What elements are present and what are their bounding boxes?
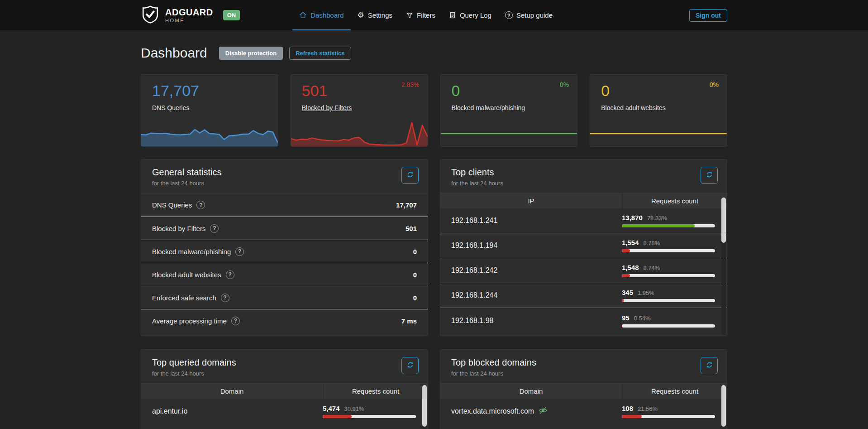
panel-title: General statistics (152, 167, 417, 178)
refresh-button[interactable] (401, 167, 419, 184)
refresh-button[interactable] (701, 357, 718, 374)
blocked-adult-sparkline (590, 121, 727, 146)
refresh-icon (406, 361, 414, 370)
stat-value: 0 (413, 271, 417, 279)
table-row: Enforced safe search? 0 (141, 286, 428, 309)
stat-value: 0 (413, 248, 417, 255)
nav-item-filters[interactable]: Filters (399, 0, 442, 30)
progress-bar (323, 415, 416, 418)
card-blocked-malware: 0% 0 Blocked malware/phishing (440, 74, 578, 147)
page-title: Dashboard (141, 45, 207, 61)
column-header-requests: Requests count (622, 193, 727, 208)
client-ip[interactable]: 192.168.1.98 (440, 317, 622, 325)
top-blocked-table: Domain Requests count vortex.data.micros… (440, 383, 727, 424)
request-percent: 1.95% (638, 289, 654, 296)
panel-subtitle: for the last 24 hours (152, 180, 417, 187)
panel-title: Top queried domains (152, 357, 417, 368)
eye-off-icon[interactable] (539, 406, 548, 417)
nav-label: Setup guide (516, 11, 553, 19)
table-row: vortex.data.microsoft.com 108 (440, 399, 727, 424)
scrollbar[interactable] (721, 198, 726, 335)
general-statistics-table: DNS Queries? 17,707 Blocked by Filters? … (141, 193, 428, 332)
general-statistics-panel: General statistics for the last 24 hours… (141, 159, 428, 336)
help-icon[interactable]: ? (226, 270, 234, 279)
top-queried-table: Domain Requests count api.entur.io 5,474… (141, 383, 428, 424)
card-blocked-adult: 0% 0 Blocked adult websites (590, 74, 727, 147)
dns-queries-value: 17,707 (152, 82, 267, 100)
scrollbar[interactable] (422, 385, 427, 429)
queried-domain[interactable]: api.entur.io (141, 407, 323, 415)
card-blocked-by-filters: 2.83% 501 Blocked by Filters (291, 74, 428, 147)
top-blocked-domains-panel: Top blocked domains for the last 24 hour… (440, 349, 727, 429)
blocked-adult-value: 0 (601, 82, 716, 100)
panel-title: Top blocked domains (451, 357, 716, 368)
nav-label: Dashboard (310, 11, 343, 19)
request-percent: 0.54% (634, 315, 651, 322)
nav-item-setup-guide[interactable]: ? Setup guide (498, 0, 559, 30)
refresh-icon (706, 171, 713, 180)
refresh-button[interactable] (401, 357, 419, 374)
client-ip[interactable]: 192.168.1.242 (440, 266, 622, 275)
scrollbar[interactable] (721, 385, 726, 429)
client-ip[interactable]: 192.168.1.241 (440, 217, 622, 225)
question-circle-icon: ? (505, 11, 513, 19)
stat-label: DNS Queries (152, 201, 192, 209)
table-row: 192.168.1.242 1,548 8.74% (440, 258, 727, 283)
request-count: 1,554 (622, 239, 639, 246)
table-row: Blocked malware/phishing? 0 (141, 240, 428, 263)
blocked-filters-link[interactable]: Blocked by Filters (302, 104, 417, 111)
help-icon[interactable]: ? (221, 294, 229, 302)
refresh-button[interactable] (701, 167, 718, 184)
document-icon (449, 11, 456, 19)
blocked-malware-value: 0 (452, 82, 567, 100)
gear-icon: ⚙ (358, 11, 364, 19)
help-icon[interactable]: ? (231, 317, 240, 325)
nav-item-dashboard[interactable]: Dashboard (292, 0, 350, 30)
request-percent: 78.33% (647, 215, 667, 222)
column-header-ip: IP (440, 197, 622, 205)
client-ip[interactable]: 192.168.1.244 (440, 291, 622, 299)
blocked-filters-value: 501 (302, 82, 417, 100)
blocked-adult-label: Blocked adult websites (601, 104, 716, 111)
refresh-icon (706, 361, 713, 370)
request-count: 13,870 (622, 214, 643, 222)
sign-out-button[interactable]: Sign out (689, 9, 727, 22)
client-ip[interactable]: 192.168.1.194 (440, 241, 622, 250)
stat-value: 501 (405, 225, 417, 232)
table-row: 192.168.1.194 1,554 8.78% (440, 233, 727, 258)
blocked-malware-label: Blocked malware/phishing (452, 104, 567, 111)
column-header-domain: Domain (141, 387, 323, 395)
request-percent: 30.91% (344, 405, 364, 412)
panel-title: Top clients (451, 167, 716, 178)
refresh-statistics-button[interactable]: Refresh statistics (289, 47, 351, 60)
nav-item-query-log[interactable]: Query Log (442, 0, 498, 30)
disable-protection-button[interactable]: Disable protection (219, 47, 283, 60)
brand-name: ADGUARD (165, 8, 213, 17)
funnel-icon (406, 12, 413, 19)
panel-subtitle: for the last 24 hours (451, 370, 716, 377)
main-nav: Dashboard ⚙ Settings Filters (292, 0, 559, 30)
table-row: 192.168.1.98 95 0.54% (440, 308, 727, 333)
help-icon[interactable]: ? (210, 224, 219, 233)
stat-label: Blocked malware/phishing (152, 248, 231, 255)
table-row: 192.168.1.241 13,870 78.33% (440, 208, 727, 233)
stat-value: 7 ms (401, 317, 417, 325)
progress-bar (622, 324, 715, 328)
nav-item-settings[interactable]: ⚙ Settings (351, 0, 399, 30)
nav-label: Settings (368, 11, 392, 19)
help-icon[interactable]: ? (235, 247, 244, 256)
stat-value: 17,707 (396, 201, 417, 209)
request-count: 345 (622, 289, 633, 296)
column-header-domain: Domain (440, 387, 622, 395)
blocked-filters-percent: 2.83% (401, 81, 420, 88)
blocked-domain[interactable]: vortex.data.microsoft.com (451, 407, 534, 415)
adguard-logo: ADGUARD HOME ON (141, 0, 240, 30)
blocked-malware-sparkline (441, 121, 577, 146)
table-row: Blocked adult websites? 0 (141, 263, 428, 286)
brand-sub: HOME (165, 18, 213, 23)
help-icon[interactable]: ? (196, 201, 205, 209)
request-count: 1,548 (622, 264, 639, 271)
table-row: Average processing time? 7 ms (141, 309, 428, 332)
home-icon (299, 11, 307, 19)
dns-queries-sparkline (141, 121, 278, 146)
